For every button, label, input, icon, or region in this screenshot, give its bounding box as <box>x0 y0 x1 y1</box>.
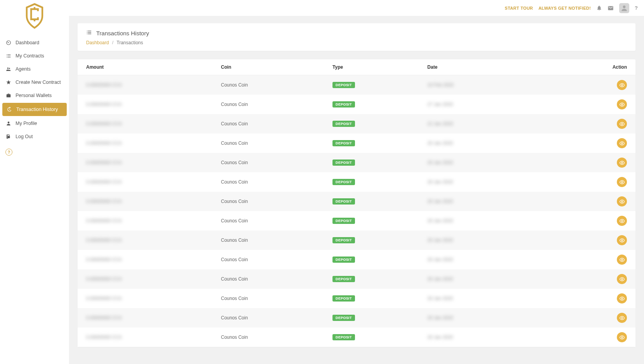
sidebar-item-transaction-history[interactable]: Transaction History <box>2 103 67 116</box>
table-row: 0.00000000 CCACounos CoinDEPOSIT22 Jan 2… <box>78 114 635 133</box>
cell-amount: 0.00000000 CCA <box>86 257 122 262</box>
transactions-table-body: 0.00000000 CCACounos CoinDEPOSIT10 Feb 2… <box>78 75 635 347</box>
breadcrumb-separator: / <box>112 40 113 45</box>
sidebar-item-my-profile[interactable]: My Profile <box>0 117 69 130</box>
cell-amount: 0.00000000 CCA <box>86 102 122 107</box>
cell-date: 20 Jan 2020 <box>428 140 453 146</box>
table-row: 0.00000000 CCACounos CoinDEPOSIT20 Jan 2… <box>78 289 635 308</box>
always-get-notified-link[interactable]: ALWAYS GET NOTIFIED! <box>538 6 591 10</box>
deposit-badge: DEPOSIT <box>332 218 355 224</box>
sidebar-item-create-new-contract[interactable]: Create New Contract <box>0 76 69 89</box>
sidebar-item-label: Personal Wallets <box>16 93 52 98</box>
svg-point-12 <box>621 181 623 183</box>
svg-point-1 <box>8 42 9 43</box>
deposit-badge: DEPOSIT <box>332 140 355 146</box>
table-row: 0.00000000 CCACounos CoinDEPOSIT20 Jan 2… <box>78 269 635 289</box>
table-row: 0.00000000 CCACounos CoinDEPOSIT20 Jan 2… <box>78 133 635 153</box>
svg-point-19 <box>621 317 623 319</box>
view-button[interactable] <box>617 158 627 168</box>
dashboard-icon <box>5 40 12 46</box>
cell-coin: Counos Coin <box>217 231 329 250</box>
sidebar-item-agents[interactable]: Agents <box>0 62 69 76</box>
view-button[interactable] <box>617 138 627 148</box>
svg-point-8 <box>621 104 623 105</box>
cell-coin: Counos Coin <box>217 269 329 289</box>
cell-amount: 0.00000000 CCA <box>86 237 122 243</box>
deposit-badge: DEPOSIT <box>332 159 355 166</box>
svg-rect-5 <box>7 136 10 138</box>
table-row: 0.00000000 CCACounos CoinDEPOSIT20 Jan 2… <box>78 231 635 250</box>
cell-amount: 0.00000000 CCA <box>86 160 122 165</box>
view-button[interactable] <box>617 196 627 206</box>
mail-icon[interactable] <box>608 5 614 11</box>
deposit-badge: DEPOSIT <box>332 82 355 88</box>
user-icon <box>5 120 12 127</box>
deposit-badge: DEPOSIT <box>332 179 355 185</box>
user-avatar[interactable] <box>619 3 629 13</box>
transactions-table-card: Amount Coin Type Date Action 0.00000000 … <box>78 59 635 347</box>
cell-coin: Counos Coin <box>217 308 329 328</box>
view-button[interactable] <box>617 119 627 129</box>
cell-amount: 0.00000000 CCA <box>86 199 122 204</box>
cell-coin: Counos Coin <box>217 172 329 192</box>
deposit-badge: DEPOSIT <box>332 101 355 107</box>
transactions-table: Amount Coin Type Date Action 0.00000000 … <box>78 59 635 347</box>
cell-amount: 0.00000000 CCA <box>86 82 122 88</box>
table-row: 0.00000000 CCACounos CoinDEPOSIT20 Jan 2… <box>78 250 635 269</box>
sidebar-item-personal-wallets[interactable]: Personal Wallets <box>0 89 69 102</box>
table-row: 0.00000000 CCACounos CoinDEPOSIT20 Jan 2… <box>78 153 635 172</box>
deposit-badge: DEPOSIT <box>332 198 355 205</box>
breadcrumb: Dashboard / Transactions <box>86 40 627 45</box>
cell-date: 20 Jan 2020 <box>428 315 453 321</box>
cell-coin: Counos Coin <box>217 192 329 211</box>
breadcrumb-current: Transactions <box>117 40 143 45</box>
cell-coin: Counos Coin <box>217 289 329 308</box>
view-button[interactable] <box>617 80 627 90</box>
cell-date: 27 Jan 2020 <box>428 102 453 107</box>
start-tour-link[interactable]: START TOUR <box>505 6 533 10</box>
breadcrumb-dashboard-link[interactable]: Dashboard <box>86 40 109 45</box>
col-header-coin: Coin <box>217 59 329 75</box>
users-icon <box>5 66 12 72</box>
deposit-badge: DEPOSIT <box>332 276 355 282</box>
sidebar-item-dashboard[interactable]: Dashboard <box>0 36 69 49</box>
logout-icon <box>5 133 12 140</box>
table-row: 0.00000000 CCACounos CoinDEPOSIT20 Jan 2… <box>78 328 635 347</box>
briefcase-icon <box>5 92 12 99</box>
cell-coin: Counos Coin <box>217 250 329 269</box>
cell-coin: Counos Coin <box>217 114 329 133</box>
cell-coin: Counos Coin <box>217 153 329 172</box>
view-button[interactable] <box>617 235 627 245</box>
deposit-badge: DEPOSIT <box>332 315 355 321</box>
cell-amount: 0.00000000 CCA <box>86 335 122 340</box>
view-button[interactable] <box>617 313 627 323</box>
brand-logo[interactable] <box>0 0 69 36</box>
cell-date: 10 Feb 2020 <box>428 82 454 88</box>
sidebar-item-label: Dashboard <box>16 40 39 45</box>
col-header-date: Date <box>424 59 563 75</box>
svg-point-18 <box>621 298 623 299</box>
view-button[interactable] <box>617 293 627 303</box>
cell-coin: Counos Coin <box>217 211 329 231</box>
view-button[interactable] <box>617 255 627 265</box>
page-header-card: Transactions History Dashboard / Transac… <box>78 23 635 51</box>
svg-point-11 <box>621 162 623 163</box>
bell-icon[interactable] <box>596 5 602 11</box>
sidebar-item-label: Transaction History <box>16 107 58 112</box>
cell-coin: Counos Coin <box>217 328 329 347</box>
view-button[interactable] <box>617 177 627 187</box>
cell-coin: Counos Coin <box>217 95 329 114</box>
sidebar-item-my-contracts[interactable]: My Contracts <box>0 49 69 62</box>
view-button[interactable] <box>617 332 627 342</box>
view-button[interactable] <box>617 216 627 226</box>
sidebar-item-log-out[interactable]: Log Out <box>0 130 69 143</box>
svg-point-4 <box>8 121 10 123</box>
view-button[interactable] <box>617 99 627 109</box>
sidebar: DashboardMy ContractsAgentsCreate New Co… <box>0 0 69 364</box>
cell-amount: 0.00000000 CCA <box>86 121 122 127</box>
help-icon[interactable]: ? <box>5 149 12 156</box>
svg-point-13 <box>621 201 623 202</box>
help-question-icon[interactable]: ? <box>635 5 638 11</box>
view-button[interactable] <box>617 274 627 284</box>
page-title: Transactions History <box>96 30 149 36</box>
